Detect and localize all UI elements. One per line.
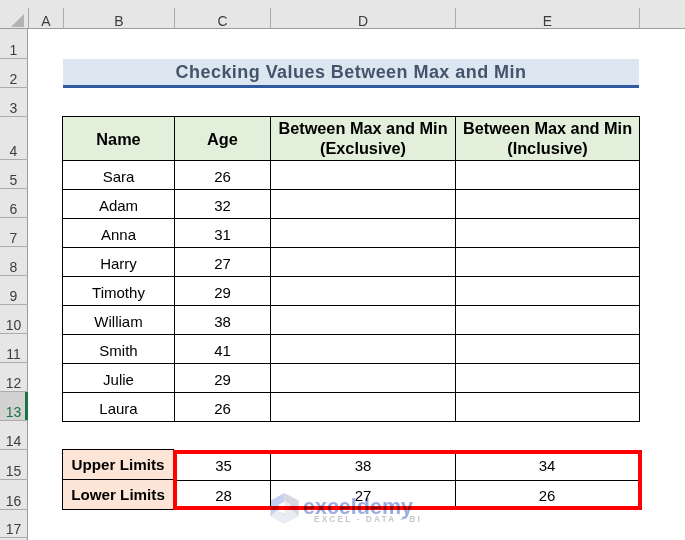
svg-text:EXCEL - DATA - BI: EXCEL - DATA - BI bbox=[314, 514, 422, 524]
